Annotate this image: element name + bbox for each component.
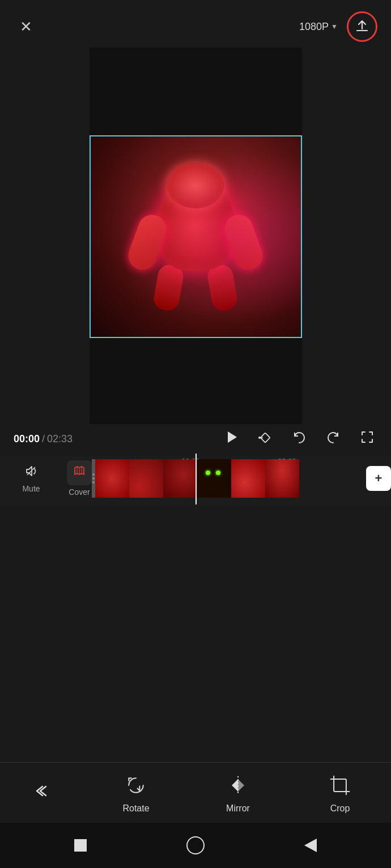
cover-icon-wrapper: [67, 460, 92, 485]
current-time: 00:00: [14, 433, 40, 445]
redo-icon: [325, 429, 341, 448]
mirror-icon: [224, 772, 252, 799]
track-controls: Mute: [0, 464, 62, 493]
strip-frame-4: [197, 459, 231, 498]
resolution-dropdown-arrow: ▼: [331, 23, 338, 31]
svg-point-2: [258, 437, 261, 439]
add-clip-button[interactable]: +: [366, 466, 391, 491]
sys-back-button[interactable]: [298, 833, 323, 858]
svg-marker-6: [238, 779, 244, 792]
sys-home-button[interactable]: [183, 833, 208, 858]
add-icon: +: [375, 471, 382, 486]
cover-icon: [73, 465, 86, 480]
strip-frames-container: 02:31: [95, 459, 364, 498]
upload-icon: [355, 19, 369, 34]
strip-dot: [92, 477, 95, 480]
undo-icon: [291, 429, 307, 448]
svg-marker-0: [228, 431, 237, 443]
close-icon: ✕: [20, 18, 32, 36]
mute-label: Mute: [22, 484, 40, 493]
cover-button[interactable]: Cover: [67, 460, 92, 497]
strip-dot: [92, 481, 95, 484]
back-triangle-icon: [304, 839, 317, 852]
upload-button[interactable]: [347, 11, 377, 42]
keyframe-button[interactable]: [255, 429, 275, 449]
svg-rect-7: [334, 779, 346, 792]
strip-dots: [92, 473, 95, 484]
total-time: 02:33: [47, 433, 73, 445]
strip-frame-1: [95, 459, 129, 498]
play-button[interactable]: [221, 429, 241, 449]
strip-frame-6: [265, 459, 299, 498]
time-separator: /: [42, 433, 45, 445]
crop-icon: [326, 772, 354, 799]
home-circle-icon: [186, 836, 205, 854]
green-eyes: [206, 471, 220, 475]
resolution-label: 1080P: [299, 21, 329, 33]
time-display: 00:00 / 02:33: [14, 433, 73, 445]
undo-button[interactable]: [289, 429, 309, 449]
mute-icon: [24, 464, 39, 482]
crop-label: Crop: [330, 803, 350, 814]
mirror-label: Mirror: [226, 803, 250, 814]
rotate-tool[interactable]: Rotate: [113, 772, 159, 814]
video-strip[interactable]: 02:31 +: [92, 459, 391, 498]
rotate-icon: [122, 772, 150, 799]
stop-icon: [74, 839, 87, 852]
video-frame: [90, 135, 302, 338]
strip-frame-2: [129, 459, 163, 498]
green-eye-left: [206, 471, 210, 475]
sys-stop-button[interactable]: [68, 833, 93, 858]
svg-marker-5: [232, 779, 238, 792]
cover-label: Cover: [69, 488, 90, 497]
glow-overlay: [91, 136, 301, 337]
rotate-label: Rotate: [122, 803, 149, 814]
video-content: [91, 136, 301, 337]
fullscreen-button[interactable]: [357, 429, 377, 449]
resolution-selector[interactable]: 1080P ▼: [299, 21, 338, 33]
strip-frames: [95, 459, 364, 498]
strip-dot: [92, 473, 95, 476]
mirror-tool[interactable]: Mirror: [215, 772, 261, 814]
redo-button[interactable]: [323, 429, 343, 449]
fullscreen-icon: [359, 429, 375, 448]
video-letterbox-top: [90, 48, 302, 135]
timeline-area[interactable]: 00:00 00:02 Mute: [0, 454, 391, 504]
playback-controls: 00:00 / 02:33: [0, 424, 391, 454]
system-nav-bar: [0, 823, 391, 868]
crop-tool[interactable]: Crop: [317, 772, 363, 814]
back-chevron-icon: [35, 783, 50, 802]
keyframe-icon: [257, 430, 273, 448]
empty-area: [0, 504, 391, 646]
close-button[interactable]: ✕: [14, 14, 39, 39]
top-bar: ✕ 1080P ▼: [0, 0, 391, 48]
mute-button[interactable]: Mute: [22, 464, 40, 493]
green-eye-right: [216, 471, 220, 475]
media-controls: [221, 429, 377, 449]
strip-frame-3: [163, 459, 197, 498]
play-icon: [223, 429, 239, 449]
timeline-playhead: [196, 454, 197, 504]
video-letterbox-bottom: [90, 338, 302, 424]
bottom-toolbar: Rotate Mirror Crop: [0, 762, 391, 823]
top-right-controls: 1080P ▼: [299, 11, 377, 42]
strip-frame-5: [231, 459, 265, 498]
video-preview: [90, 48, 302, 424]
back-to-menu-button[interactable]: [28, 779, 57, 807]
